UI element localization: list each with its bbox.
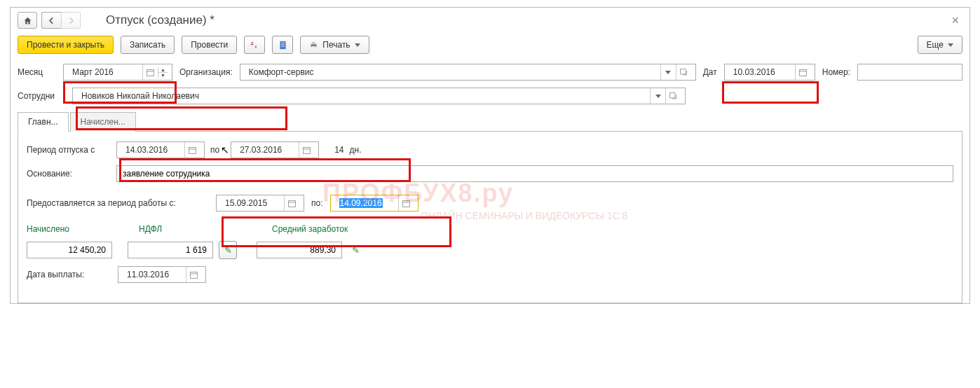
svg-rect-15 [189,147,196,153]
pencil-icon[interactable]: ✎ [352,245,360,256]
calendar-icon[interactable] [284,195,299,211]
calendar-icon[interactable] [299,142,314,158]
forward-button[interactable] [61,12,81,29]
post-button[interactable]: Провести [182,36,237,54]
payout-date-label: Дата выплаты: [27,270,111,279]
svg-rect-17 [304,147,311,153]
dt-kt-icon: ДК [250,41,259,50]
dropdown-button[interactable] [660,64,676,80]
pencil-icon: ✎ [224,245,232,256]
svg-rect-11 [680,69,685,74]
avg-input[interactable] [261,244,337,256]
org-field[interactable]: Комфорт-сервис [240,64,696,81]
org-label: Организация: [179,67,233,77]
printer-icon [309,41,318,50]
calendar-icon[interactable] [795,64,810,80]
period-to-label: по [210,145,219,155]
calendar-icon[interactable] [184,142,200,158]
svg-rect-8 [312,46,315,48]
arrow-right-icon [67,16,76,25]
number-input[interactable] [862,67,958,78]
arrow-left-icon [47,16,56,25]
save-button[interactable]: Записать [121,36,175,54]
home-button[interactable] [18,12,37,29]
work-period-label: Предоставляется за период работы с: [27,198,209,208]
period-label: Период отпуска с [27,145,111,155]
edit-ndfl-button[interactable]: ✎ [219,241,237,259]
work-period-from-value: 15.09.2015 [221,198,284,208]
number-label: Номер: [822,67,850,77]
work-period-from-field[interactable]: 15.09.2015 [216,195,304,212]
basis-label: Основание: [27,169,111,179]
period-days-unit: дн. [350,145,362,155]
accrued-field[interactable] [27,242,112,258]
calendar-icon[interactable] [186,267,201,282]
tab-accrued[interactable]: Начислен... [70,112,136,132]
month-value: Март 2016 [68,67,142,77]
close-button[interactable]: ✕ [948,12,962,29]
home-icon [23,16,32,25]
svg-rect-12 [799,69,806,76]
open-icon [679,68,688,77]
employee-label: Сотрудни [18,91,65,101]
chevron-down-icon [355,43,360,47]
svg-rect-2 [280,41,285,48]
period-to-field[interactable]: 27.03.2016 [231,141,319,158]
open-icon [669,92,678,101]
more-button[interactable]: Еще [918,36,962,54]
employee-value: Новиков Николай Николаевич [77,91,650,101]
org-value: Комфорт-сервис [245,67,660,77]
calendar-icon[interactable] [398,195,414,211]
period-to-value: 27.03.2016 [236,145,299,155]
post-and-close-button[interactable]: Провести и закрыть [18,36,114,54]
work-period-to-field[interactable]: 14.09.2016 [330,195,418,212]
print-button[interactable]: Печать [300,36,369,54]
accrued-input[interactable] [32,244,107,256]
accrued-label: Начислено [27,224,118,234]
ndfl-input[interactable] [132,244,208,256]
basis-field[interactable] [116,165,953,182]
dropdown-button[interactable] [650,88,665,104]
period-from-value: 14.03.2016 [121,145,184,155]
ndfl-label: НДФЛ [139,224,251,234]
tab-main[interactable]: Главн... [18,112,69,132]
svg-rect-14 [670,92,675,97]
spinner-down[interactable]: ▼ [158,73,168,78]
page-title: Отпуск (создание) * [106,13,215,27]
period-from-field[interactable]: 14.03.2016 [116,141,205,158]
month-field[interactable]: Март 2016 ▲ ▼ [63,64,172,81]
month-label: Месяц [18,67,56,77]
work-period-to-value: 14.09.2016 [335,198,398,208]
basis-input[interactable] [121,168,948,179]
svg-text:К: К [254,46,257,49]
avg-label: Средний заработок [272,224,348,234]
calendar-icon[interactable] [142,64,158,80]
svg-text:Д: Д [251,41,254,45]
work-period-to-label: по: [311,198,323,208]
svg-rect-23 [191,272,198,278]
svg-rect-9 [147,69,154,76]
ndfl-field[interactable] [128,242,213,258]
employee-field[interactable]: Новиков Николай Николаевич [72,88,686,104]
chevron-down-icon [948,43,953,47]
doc-date-value: 10.03.2016 [729,67,795,77]
back-button[interactable] [41,12,61,29]
date-label: Дат [703,67,717,77]
print-label: Печать [322,40,350,50]
document-icon [278,41,287,50]
svg-rect-7 [312,41,315,43]
doc-date-field[interactable]: 10.03.2016 [724,64,815,81]
spinner-up[interactable]: ▲ [158,67,168,73]
dt-kt-button[interactable]: ДК [244,36,265,54]
payout-date-value: 11.03.2016 [123,270,186,279]
document-button[interactable] [272,36,293,54]
svg-rect-19 [289,200,296,207]
open-button[interactable] [665,88,681,104]
svg-rect-21 [402,200,409,207]
more-label: Еще [927,40,944,50]
number-field[interactable] [857,64,962,81]
open-button[interactable] [676,64,691,80]
period-days: 14 [334,145,343,155]
payout-date-field[interactable]: 11.03.2016 [118,266,206,283]
avg-field[interactable] [257,242,342,258]
